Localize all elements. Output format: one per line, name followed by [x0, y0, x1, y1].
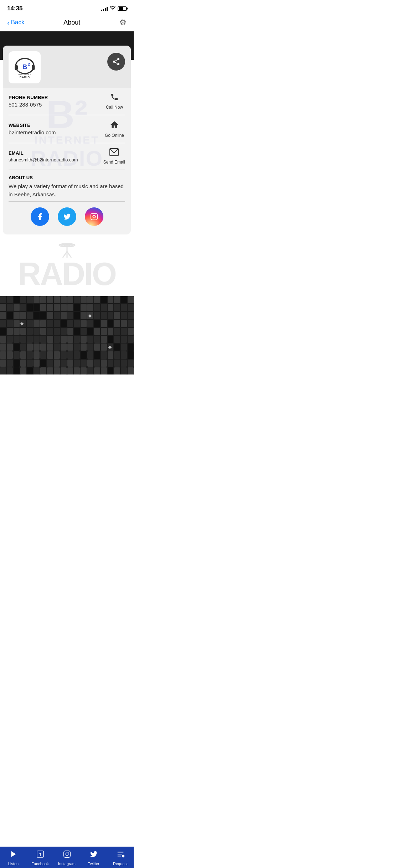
- go-online-button[interactable]: Go Online: [104, 120, 125, 138]
- send-email-label: Send Email: [103, 160, 125, 165]
- wifi-icon: [110, 6, 115, 11]
- status-time: 14:35: [7, 5, 22, 12]
- email-label: EMAIL: [9, 150, 78, 156]
- svg-point-8: [117, 58, 119, 60]
- back-button[interactable]: ‹ Back: [7, 19, 24, 27]
- mosaic-section: ✦ ✦ ✦: [0, 296, 134, 374]
- phone-value: 501-288-0575: [9, 102, 48, 108]
- about-us-label: ABOUT US: [9, 175, 125, 180]
- svg-text:INTERNET: INTERNET: [18, 73, 31, 75]
- go-online-label: Go Online: [105, 133, 124, 138]
- chevron-left-icon: ‹: [7, 19, 10, 27]
- svg-rect-2: [15, 65, 18, 70]
- sparkle-icon-3: ✦: [87, 312, 93, 320]
- status-bar: 14:35: [0, 0, 134, 15]
- status-icons: [101, 6, 127, 11]
- app-logo: B 2 INTERNET RADIO: [9, 51, 41, 83]
- call-now-label: Call Now: [106, 105, 123, 110]
- social-icons-row: [9, 201, 125, 229]
- website-row: WEBSITE b2internetradio.com Go Online: [9, 115, 125, 143]
- website-label: WEBSITE: [9, 123, 56, 128]
- about-us-section: ABOUT US We play a Variety format of mus…: [9, 170, 125, 201]
- phone-info: PHONE NUMBER 501-288-0575: [9, 95, 48, 108]
- back-label: Back: [11, 19, 25, 26]
- svg-rect-3: [32, 65, 35, 70]
- background-area: RADIO: [0, 234, 134, 296]
- email-value: shanesmith@b2internetradio.com: [9, 157, 78, 162]
- phone-row: PHONE NUMBER 501-288-0575 Call Now: [9, 88, 125, 115]
- call-now-button[interactable]: Call Now: [104, 93, 125, 110]
- sparkle-icon: ✦: [19, 320, 25, 328]
- instagram-social-button[interactable]: [85, 207, 103, 226]
- facebook-social-button[interactable]: [31, 207, 49, 226]
- page-title: About: [63, 19, 80, 26]
- signal-bars-icon: [101, 6, 108, 11]
- svg-text:2: 2: [28, 62, 30, 66]
- email-row: EMAIL shanesmith@b2internetradio.com Sen…: [9, 143, 125, 170]
- email-info: EMAIL shanesmith@b2internetradio.com: [9, 150, 78, 162]
- svg-point-9: [113, 61, 115, 63]
- svg-line-12: [115, 62, 117, 64]
- phone-label: PHONE NUMBER: [9, 95, 48, 100]
- svg-line-21: [63, 252, 67, 258]
- twitter-social-button[interactable]: [58, 207, 76, 226]
- svg-line-22: [67, 252, 71, 258]
- about-card: B 2 INTERNET RADIO: [3, 46, 131, 234]
- svg-line-11: [115, 60, 117, 61]
- svg-text:RADIO: RADIO: [20, 76, 30, 79]
- website-value: b2internetradio.com: [9, 129, 56, 135]
- website-info: WEBSITE b2internetradio.com: [9, 123, 56, 135]
- card-body: PHONE NUMBER 501-288-0575 Call Now: [3, 88, 131, 229]
- settings-icon[interactable]: ⚙: [119, 18, 127, 27]
- svg-point-10: [117, 63, 119, 65]
- nav-bar: ‹ Back About ⚙: [0, 15, 134, 31]
- svg-point-15: [93, 215, 95, 218]
- send-email-button[interactable]: Send Email: [103, 148, 125, 165]
- card-header: B 2 INTERNET RADIO: [3, 46, 131, 88]
- svg-point-16: [96, 215, 96, 215]
- svg-rect-14: [91, 213, 97, 220]
- sparkle-icon-2: ✦: [107, 343, 113, 352]
- phone-icon: [110, 93, 119, 103]
- home-icon: [110, 120, 119, 131]
- about-us-value: We play a Variety format of music and ar…: [9, 182, 125, 198]
- share-button[interactable]: [107, 53, 125, 71]
- email-icon: [109, 148, 119, 158]
- svg-text:B: B: [22, 63, 27, 70]
- battery-icon: [118, 6, 127, 11]
